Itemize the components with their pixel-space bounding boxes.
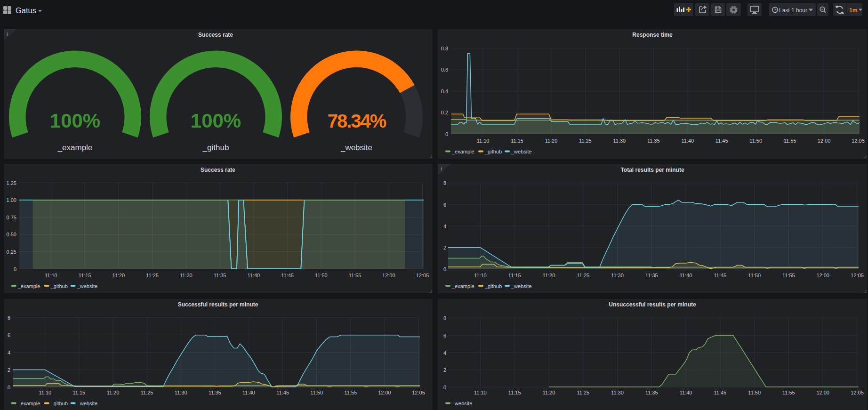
svg-text:12:00: 12:00: [382, 273, 395, 278]
svg-text:11:30: 11:30: [180, 273, 193, 278]
svg-text:11:30: 11:30: [613, 138, 626, 144]
svg-text:11:10: 11:10: [39, 390, 51, 395]
svg-text:_github: _github: [484, 283, 502, 289]
svg-text:11:35: 11:35: [645, 390, 658, 395]
svg-text:6: 6: [443, 202, 446, 208]
svg-text:0.4: 0.4: [441, 88, 448, 94]
svg-text:8: 8: [443, 180, 446, 186]
svg-text:11:35: 11:35: [209, 390, 221, 395]
svg-text:12:05: 12:05: [412, 390, 425, 395]
svg-text:78.34%: 78.34%: [328, 111, 386, 131]
svg-text:4: 4: [8, 350, 10, 355]
svg-text:0: 0: [8, 385, 10, 390]
svg-text:12:00: 12:00: [816, 390, 829, 395]
svg-text:12:05: 12:05: [852, 138, 865, 144]
svg-text:100%: 100%: [50, 110, 100, 132]
svg-text:0: 0: [445, 131, 448, 137]
svg-text:Last 1 hour: Last 1 hour: [779, 7, 807, 14]
svg-text:_website: _website: [340, 143, 372, 152]
svg-text:8: 8: [443, 315, 446, 321]
svg-text:11:40: 11:40: [680, 390, 692, 395]
svg-text:8: 8: [8, 315, 10, 321]
svg-text:_website: _website: [451, 401, 472, 406]
svg-text:2: 2: [443, 367, 446, 373]
svg-text:11:50: 11:50: [748, 390, 761, 395]
svg-text:11:25: 11:25: [577, 390, 589, 395]
svg-text:11:15: 11:15: [73, 390, 86, 395]
svg-text:11:20: 11:20: [545, 138, 558, 144]
svg-text:_example: _example: [17, 283, 40, 289]
svg-text:Success rate: Success rate: [201, 167, 235, 173]
svg-text:11:55: 11:55: [782, 390, 795, 395]
svg-text:12:00: 12:00: [818, 138, 831, 144]
svg-text:12:05: 12:05: [851, 390, 864, 395]
svg-text:11:45: 11:45: [715, 138, 728, 144]
svg-text:11:20: 11:20: [107, 390, 120, 395]
svg-text:_example: _example: [451, 283, 474, 289]
svg-text:0: 0: [443, 385, 446, 390]
svg-text:0: 0: [443, 266, 446, 272]
svg-text:11:35: 11:35: [214, 273, 226, 278]
svg-text:11:50: 11:50: [748, 273, 761, 278]
svg-text:11:10: 11:10: [474, 390, 487, 395]
svg-text:100%: 100%: [191, 110, 241, 132]
svg-text:11:40: 11:40: [242, 390, 255, 395]
svg-text:11:15: 11:15: [511, 138, 523, 144]
svg-text:Gatus: Gatus: [16, 6, 36, 15]
svg-text:6: 6: [8, 332, 10, 338]
svg-text:0: 0: [14, 266, 16, 272]
svg-text:11:30: 11:30: [611, 273, 624, 278]
svg-text:11:55: 11:55: [349, 273, 362, 278]
svg-text:11:15: 11:15: [508, 273, 521, 278]
svg-text:11:50: 11:50: [749, 138, 762, 144]
svg-text:11:25: 11:25: [579, 138, 592, 144]
svg-text:Successful results per minute: Successful results per minute: [178, 301, 258, 308]
svg-text:11:25: 11:25: [577, 273, 589, 278]
svg-text:11:50: 11:50: [310, 390, 323, 395]
svg-text:11:20: 11:20: [543, 273, 555, 278]
svg-text:11:10: 11:10: [474, 273, 487, 278]
svg-text:11:45: 11:45: [281, 273, 294, 278]
svg-text:11:45: 11:45: [276, 390, 289, 395]
svg-text:12:00: 12:00: [816, 273, 829, 278]
svg-text:0.8: 0.8: [441, 46, 448, 51]
svg-text:11:15: 11:15: [508, 390, 521, 395]
svg-text:11:40: 11:40: [247, 273, 260, 278]
svg-text:11:30: 11:30: [611, 390, 624, 395]
svg-text:0.6: 0.6: [441, 67, 448, 72]
svg-text:11:35: 11:35: [647, 138, 660, 144]
svg-text:0.50: 0.50: [7, 232, 16, 237]
svg-text:11:40: 11:40: [681, 138, 694, 144]
svg-text:11:45: 11:45: [714, 273, 727, 278]
svg-text:_github: _github: [202, 143, 229, 152]
svg-text:11:25: 11:25: [141, 390, 153, 395]
svg-text:Total results per minute: Total results per minute: [620, 167, 684, 173]
svg-text:_example: _example: [17, 401, 40, 406]
svg-text:11:55: 11:55: [782, 273, 795, 278]
svg-text:11:20: 11:20: [113, 273, 125, 278]
svg-text:_website: _website: [77, 283, 97, 289]
svg-text:12:00: 12:00: [378, 390, 391, 395]
svg-text:12:05: 12:05: [851, 273, 864, 278]
svg-text:_example: _example: [451, 149, 474, 154]
svg-text:11:10: 11:10: [45, 273, 57, 278]
svg-text:0.2: 0.2: [441, 110, 448, 115]
svg-text:i: i: [441, 166, 442, 171]
svg-text:_website: _website: [511, 149, 531, 154]
svg-text:Unsuccessful results per minut: Unsuccessful results per minute: [609, 301, 696, 308]
svg-text:11:55: 11:55: [344, 390, 357, 395]
svg-text:_github: _github: [484, 149, 502, 154]
svg-text:2: 2: [443, 245, 446, 250]
svg-text:6: 6: [443, 333, 446, 338]
svg-text:1.00: 1.00: [7, 197, 16, 203]
svg-text:11:15: 11:15: [79, 273, 91, 278]
svg-text:11:45: 11:45: [714, 390, 727, 395]
svg-text:_example: _example: [57, 143, 93, 152]
svg-text:11:35: 11:35: [645, 273, 658, 278]
svg-text:0.75: 0.75: [7, 215, 16, 220]
svg-text:_github: _github: [50, 283, 68, 289]
svg-text:11:10: 11:10: [477, 138, 490, 144]
svg-text:1m: 1m: [849, 7, 857, 14]
svg-text:11:55: 11:55: [784, 138, 796, 144]
svg-text:i: i: [7, 32, 8, 37]
